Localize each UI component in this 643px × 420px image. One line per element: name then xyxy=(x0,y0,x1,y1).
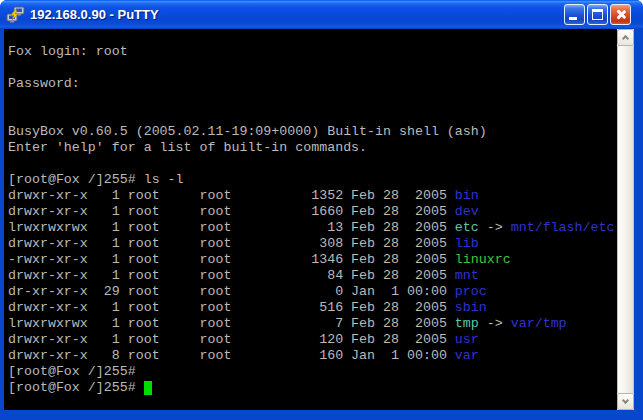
chevron-down-icon xyxy=(622,397,629,404)
minimize-button[interactable] xyxy=(564,4,585,25)
terminal-text: Enter 'help' for a list of built-in comm… xyxy=(8,140,367,155)
terminal-line: [root@Fox /]255# xyxy=(8,380,617,396)
terminal-text: BusyBox v0.60.5 (2005.02.11-19:09+0000) … xyxy=(8,124,487,139)
ls-row: drwxr-xr-x 1 root root 516 Feb 28 2005 s… xyxy=(8,300,617,316)
file-name: tmp xyxy=(455,316,479,331)
terminal-line xyxy=(8,108,617,124)
file-name: sbin xyxy=(455,300,487,315)
terminal-line: BusyBox v0.60.5 (2005.02.11-19:09+0000) … xyxy=(8,124,617,140)
putty-app-icon xyxy=(6,6,26,24)
terminal-line: Fox login: root xyxy=(8,44,617,60)
terminal-line xyxy=(8,92,617,108)
terminal-scrollbar[interactable] xyxy=(617,29,634,410)
file-attributes: drwxr-xr-x 1 root root 84 Feb 28 2005 xyxy=(8,268,455,283)
symlink-target: mnt/flash/etc xyxy=(511,220,615,235)
file-name: linuxrc xyxy=(455,252,511,267)
symlink-arrow: -> xyxy=(479,220,511,235)
ls-row: -rwxr-xr-x 1 root root 1346 Feb 28 2005 … xyxy=(8,252,617,268)
file-name: proc xyxy=(455,284,487,299)
chevron-up-icon xyxy=(622,35,629,42)
scrollbar-thumb[interactable] xyxy=(617,46,634,393)
terminal-text: Fox login: root xyxy=(8,44,128,59)
window-title: 192.168.0.90 - PuTTY xyxy=(30,7,564,22)
ls-row: lrwxrwxrwx 1 root root 7 Feb 28 2005 tmp… xyxy=(8,316,617,332)
scrollbar-up-button[interactable] xyxy=(617,29,634,46)
file-name: var xyxy=(455,348,479,363)
terminal-text: Password: xyxy=(8,76,80,91)
file-attributes: drwxr-xr-x 1 root root 120 Feb 28 2005 xyxy=(8,332,455,347)
file-name: bin xyxy=(455,188,479,203)
ls-row: drwxr-xr-x 1 root root 308 Feb 28 2005 l… xyxy=(8,236,617,252)
window-controls xyxy=(564,4,631,25)
file-attributes: drwxr-xr-x 8 root root 160 Jan 1 00:00 xyxy=(8,348,455,363)
close-icon xyxy=(614,8,627,21)
file-attributes: lrwxrwxrwx 1 root root 7 Feb 28 2005 xyxy=(8,316,455,331)
command-line: [root@Fox /]255# ls -l xyxy=(8,172,184,187)
shell-prompt: [root@Fox /]255# xyxy=(8,364,136,379)
ls-row: drwxr-xr-x 8 root root 160 Jan 1 00:00 v… xyxy=(8,348,617,364)
file-name: lib xyxy=(455,236,479,251)
maximize-icon xyxy=(592,9,603,20)
file-attributes: drwxr-xr-x 1 root root 308 Feb 28 2005 xyxy=(8,236,455,251)
terminal-line: [root@Fox /]255# xyxy=(8,364,617,380)
ls-row: drwxr-xr-x 1 root root 1660 Feb 28 2005 … xyxy=(8,204,617,220)
window-client-area: Fox login: rootPassword:BusyBox v0.60.5 … xyxy=(0,29,643,420)
terminal-line xyxy=(8,156,617,172)
close-button[interactable] xyxy=(610,4,631,25)
symlink-target: var/tmp xyxy=(511,316,567,331)
terminal-line: Enter 'help' for a list of built-in comm… xyxy=(8,140,617,156)
file-attributes: -rwxr-xr-x 1 root root 1346 Feb 28 2005 xyxy=(8,252,455,267)
file-name: usr xyxy=(455,332,479,347)
scrollbar-down-button[interactable] xyxy=(617,393,634,410)
file-name: dev xyxy=(455,204,479,219)
terminal-cursor xyxy=(144,381,152,395)
titlebar[interactable]: 192.168.0.90 - PuTTY xyxy=(0,0,643,29)
ls-row: lrwxrwxrwx 1 root root 13 Feb 28 2005 et… xyxy=(8,220,617,236)
putty-window: 192.168.0.90 - PuTTY Fox login: rootPass… xyxy=(0,0,643,420)
file-attributes: drwxr-xr-x 1 root root 1660 Feb 28 2005 xyxy=(8,204,455,219)
terminal-screen[interactable]: Fox login: rootPassword:BusyBox v0.60.5 … xyxy=(4,29,617,410)
terminal-line xyxy=(8,60,617,76)
terminal-line: Password: xyxy=(8,76,617,92)
shell-prompt: [root@Fox /]255# xyxy=(8,380,144,395)
symlink-arrow: -> xyxy=(479,316,511,331)
ls-row: drwxr-xr-x 1 root root 84 Feb 28 2005 mn… xyxy=(8,268,617,284)
maximize-button[interactable] xyxy=(587,4,608,25)
file-attributes: dr-xr-xr-x 29 root root 0 Jan 1 00:00 xyxy=(8,284,455,299)
file-name: mnt xyxy=(455,268,479,283)
file-name: etc xyxy=(455,220,479,235)
file-attributes: lrwxrwxrwx 1 root root 13 Feb 28 2005 xyxy=(8,220,455,235)
ls-row: drwxr-xr-x 1 root root 1352 Feb 28 2005 … xyxy=(8,188,617,204)
ls-row: dr-xr-xr-x 29 root root 0 Jan 1 00:00 pr… xyxy=(8,284,617,300)
terminal-line: [root@Fox /]255# ls -l xyxy=(8,172,617,188)
minimize-icon xyxy=(569,17,577,20)
file-attributes: drwxr-xr-x 1 root root 1352 Feb 28 2005 xyxy=(8,188,455,203)
ls-row: drwxr-xr-x 1 root root 120 Feb 28 2005 u… xyxy=(8,332,617,348)
file-attributes: drwxr-xr-x 1 root root 516 Feb 28 2005 xyxy=(8,300,455,315)
